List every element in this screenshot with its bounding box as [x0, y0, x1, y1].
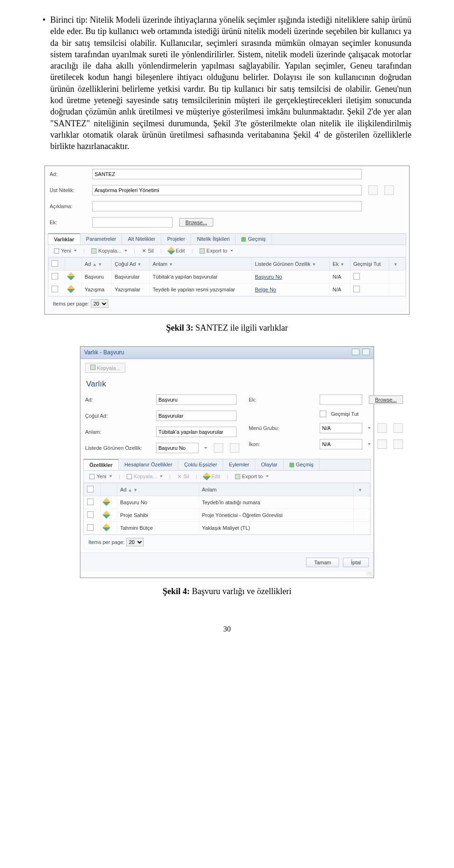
clear-icon[interactable] [384, 185, 394, 195]
select-all-checkbox[interactable] [87, 486, 94, 492]
col-ek[interactable]: Ek▼ [330, 257, 350, 270]
cell-liste-link[interactable]: Belge No [255, 287, 276, 292]
export-button[interactable]: Export to [233, 473, 271, 480]
row-checkbox[interactable] [87, 524, 94, 531]
tab-eylemler[interactable]: Eylemler [223, 459, 255, 470]
ok-button[interactable]: Tamam [306, 558, 339, 567]
input-anlam[interactable] [156, 427, 236, 437]
row-edit-icon[interactable] [67, 285, 75, 293]
input-ek[interactable] [320, 395, 362, 405]
input-aciklama[interactable] [92, 201, 362, 211]
gecmis-checkbox[interactable] [353, 286, 360, 292]
col-anlam[interactable]: Anlam▼ [149, 257, 252, 270]
input-ust[interactable] [92, 185, 362, 195]
tab-coklu[interactable]: Çoklu Eşsizler [178, 459, 223, 470]
copy-button[interactable]: Kopyala... [85, 363, 125, 373]
grid-varliklar: Ad▲ ▼ Çoğul Ad▼ Anlam▼ Listede Görünen Ö… [48, 257, 406, 297]
table-row[interactable]: Yazışma Yazışmalar Teydeb ile yapılan re… [49, 283, 406, 296]
new-label: Yeni [61, 248, 71, 254]
export-icon [200, 248, 205, 254]
copy-button[interactable]: Kopyala... [89, 247, 129, 254]
row-edit-icon[interactable] [103, 498, 111, 506]
table-row[interactable]: Başvuru Başvurular Tübitak'a yapılan baş… [49, 270, 406, 283]
chevron-down-icon[interactable] [368, 443, 371, 445]
copy-label: Kopyala... [98, 248, 122, 254]
gecmis-checkbox[interactable] [353, 273, 360, 280]
new-button[interactable]: Yeni [87, 473, 114, 480]
clear-icon[interactable] [230, 443, 239, 453]
new-button[interactable]: Yeni [52, 247, 79, 254]
cell-liste-link[interactable]: Başvuru No [255, 274, 282, 280]
tab-ozellikler[interactable]: Özellikler [84, 459, 119, 470]
cell-anlam: Teydeb'in atadığı numara [199, 496, 354, 509]
tab-varliklar[interactable]: Varlıklar [48, 233, 80, 245]
col-anlam[interactable]: Anlam [199, 483, 354, 496]
tab-alt-nitelikler[interactable]: Alt Nitelikler [122, 234, 161, 245]
tab-projeler[interactable]: Projeler [161, 234, 191, 245]
row-edit-icon[interactable] [67, 272, 75, 280]
row-edit-icon[interactable] [103, 523, 111, 531]
select-all-checkbox[interactable] [52, 260, 58, 267]
resize-handle-icon[interactable] [366, 572, 373, 577]
figure-4-text: Başvuru varlığı ve özellikleri [190, 587, 291, 596]
input-ek[interactable] [92, 217, 173, 228]
tab-hesaplanir[interactable]: Hesaplanır Özellikler [119, 459, 178, 470]
input-liste[interactable] [156, 443, 199, 453]
edit-button: Edit [202, 473, 222, 480]
minimize-icon[interactable] [352, 349, 359, 355]
input-cogul[interactable] [156, 411, 236, 421]
lookup-icon[interactable] [377, 439, 387, 449]
tab-nitelik-iliskileri[interactable]: Nitelik İlişkileri [191, 234, 236, 245]
col-ad[interactable]: Ad▲ ▼ [117, 483, 199, 496]
chevron-down-icon [160, 475, 163, 477]
gecmis-checkbox[interactable] [320, 411, 326, 417]
label-ad: Ad: [50, 171, 87, 177]
delete-button[interactable]: ✕ Sil [140, 247, 156, 255]
input-ad[interactable] [92, 169, 362, 179]
cell-anlam: Proje Yöneticisi - Öğretim Görevlisi [199, 509, 354, 521]
tab-olaylar[interactable]: Olaylar [255, 459, 284, 470]
input-ad[interactable] [156, 395, 236, 405]
row-checkbox[interactable] [52, 273, 58, 280]
lookup-icon[interactable] [214, 443, 223, 453]
col-gecmis[interactable]: Geçmişi Tut [350, 257, 389, 270]
close-icon[interactable] [362, 349, 370, 355]
input-ikon[interactable] [320, 439, 362, 449]
pager-label: Items per page: [53, 301, 89, 307]
clear-icon[interactable] [393, 423, 403, 433]
browse-button[interactable]: Browse... [369, 395, 403, 404]
cell-ad: Tahmini Bütçe [117, 521, 199, 534]
row-checkbox[interactable] [87, 499, 94, 505]
chevron-down-icon[interactable] [204, 447, 207, 449]
cell-ad: Yazışma [82, 283, 112, 296]
edit-icon[interactable] [368, 185, 378, 195]
edit-button[interactable]: Edit [166, 247, 187, 254]
cancel-button[interactable]: İptal [343, 558, 369, 567]
chevron-down-icon[interactable] [368, 427, 371, 429]
col-liste[interactable]: Listede Görünen Özellik▼ [252, 257, 329, 270]
input-menu[interactable] [320, 423, 362, 433]
row-checkbox[interactable] [87, 511, 94, 518]
history-icon [289, 463, 294, 467]
tab-gecmis[interactable]: Geçmiş [284, 459, 320, 470]
table-row[interactable]: Proje Sahibi Proje Yöneticisi - Öğretim … [84, 509, 370, 521]
row-checkbox[interactable] [52, 286, 58, 292]
table-row[interactable]: Tahmini Bütçe Yaklaşık Maliyet (TL) [84, 521, 370, 534]
pager-select[interactable]: 20 [126, 538, 144, 546]
tab-gecmis[interactable]: Geçmiş [236, 234, 271, 245]
clear-icon[interactable] [393, 439, 403, 449]
new-icon [89, 474, 95, 479]
col-cogul[interactable]: Çoğul Ad▼ [112, 257, 149, 270]
row-edit-icon[interactable] [103, 510, 111, 518]
paragraph-text: Birinci tip: Nitelik Modeli üzerinde iht… [50, 14, 411, 152]
lookup-icon[interactable] [377, 423, 387, 433]
tab-parametreler[interactable]: Parametreler [80, 234, 122, 245]
chevron-down-icon [124, 250, 127, 252]
label-ek: Ek: [249, 397, 315, 403]
pager-select[interactable]: 20 [91, 299, 108, 308]
export-button[interactable]: Export to [198, 247, 235, 254]
browse-button[interactable]: Browse... [179, 218, 213, 227]
table-row[interactable]: Başvuru No Teydeb'in atadığı numara [84, 496, 370, 509]
col-ad[interactable]: Ad▲ ▼ [82, 257, 112, 270]
pager: Items per page: 20 [83, 535, 371, 550]
